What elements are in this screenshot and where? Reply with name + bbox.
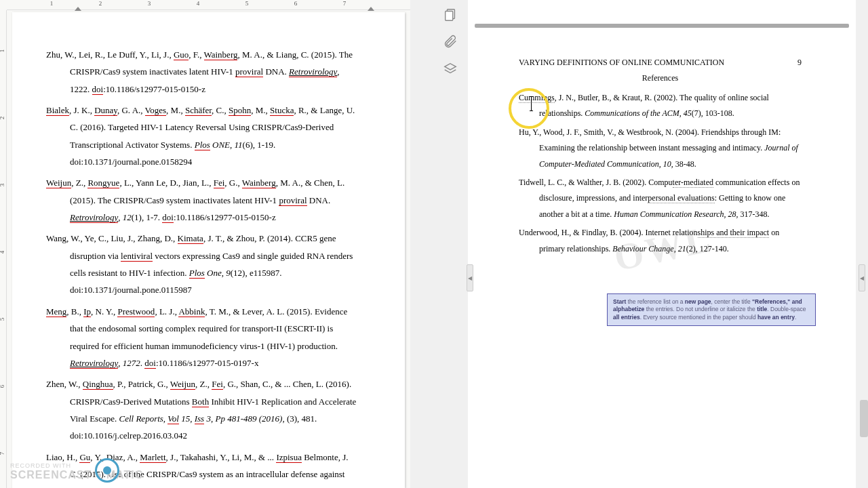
collapse-handle-left[interactable]: ◀ xyxy=(467,264,473,291)
indent-marker-right[interactable] xyxy=(368,7,374,11)
instruction-callout-box: Start the reference list on a new page, … xyxy=(607,293,816,326)
indent-marker-left[interactable] xyxy=(75,7,81,11)
text-cursor-icon xyxy=(531,96,532,111)
reference-entry[interactable]: Weijun, Z., Rongyue, L., Yann Le, D., Ji… xyxy=(46,174,357,226)
svg-rect-1 xyxy=(446,12,453,21)
reference-preview-panel: VARYING DEFINITIONS OF ONLINE COMMUNICAT… xyxy=(468,0,856,488)
scrollbar-thumb[interactable] xyxy=(860,400,868,437)
document-editor-panel: 1234567 1234567 Zhu, W., Lei, R., Le Duf… xyxy=(0,0,410,488)
copy-pages-icon[interactable] xyxy=(438,3,462,27)
attachment-icon[interactable] xyxy=(438,30,462,54)
collapse-handle-right[interactable]: ◀ xyxy=(859,264,865,291)
layers-icon[interactable] xyxy=(438,57,462,81)
reference-entry[interactable]: Bialek, J. K., Dunay, G. A., Voges, M., … xyxy=(46,102,357,170)
running-head: VARYING DEFINITIONS OF ONLINE COMMUNICAT… xyxy=(519,58,724,68)
vertical-ruler: 1234567 xyxy=(0,10,7,488)
preview-reference-entry: Tidwell, L. C., & Walther, J. B. (2002).… xyxy=(519,175,802,222)
references-title: References xyxy=(519,73,802,83)
reference-entry[interactable]: Zhu, W., Lei, R., Le Duff, Y., Li, J., G… xyxy=(46,46,357,98)
reference-entry[interactable]: Zhen, W., Qinghua, P., Patrick, G., Weij… xyxy=(46,375,357,444)
preview-content[interactable]: VARYING DEFINITIONS OF ONLINE COMMUNICAT… xyxy=(519,58,802,260)
page-number: 9 xyxy=(797,58,802,68)
document-page[interactable]: Zhu, W., Lei, R., Le Duff, Y., Li, J., G… xyxy=(12,12,405,488)
pdf-toolbar xyxy=(433,0,467,84)
preview-reference-entry: Underwood, H., & Findlay, B. (2004). Int… xyxy=(519,225,802,257)
reference-entry[interactable]: Liao, H., Gu, Y., Diaz, A., Marlett, J.,… xyxy=(46,449,357,488)
horizontal-ruler: 1234567 xyxy=(7,0,410,10)
preview-reference-entry: Cummings, J. N., Butler, B., & Kraut, R.… xyxy=(519,90,802,122)
reference-entry[interactable]: Meng, B., Ip, N. Y., Prestwood, L. J., A… xyxy=(46,303,357,371)
preview-top-bar xyxy=(475,24,849,28)
preview-reference-entry: Hu, Y., Wood, J. F., Smith, V., & Westbr… xyxy=(519,125,802,172)
reference-entry[interactable]: Wang, W., Ye, C., Liu, J., Zhang, D., Ki… xyxy=(46,230,357,298)
